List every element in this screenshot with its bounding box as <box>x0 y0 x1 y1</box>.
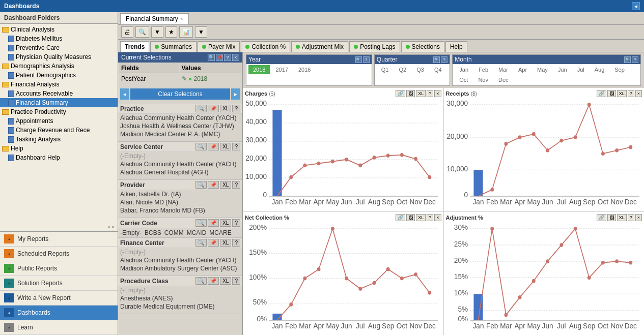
nc-close[interactable]: × <box>434 214 441 221</box>
adj-close[interactable]: × <box>635 214 642 221</box>
sidebar-item-patient_demo[interactable]: Patient Demographics <box>0 71 118 80</box>
sidebar-item-physician[interactable]: Physician Quality Measures <box>0 52 118 62</box>
nc-help[interactable]: ? <box>427 214 433 221</box>
clear-selections-button[interactable]: Clear Selections <box>130 88 230 100</box>
fc-search[interactable]: 🔍 <box>195 239 207 247</box>
sidebar-item-preventive[interactable]: Preventive Care <box>0 43 118 52</box>
sidebar-item-tasking[interactable]: Tasking Analysis <box>0 135 118 144</box>
sel-pin-btn[interactable]: 📌 <box>216 54 223 61</box>
year-search[interactable]: 🔍 <box>355 56 362 63</box>
prov-search[interactable]: 🔍 <box>195 181 207 189</box>
filter-item[interactable]: Alachua Community Health Center (YACH) <box>118 256 242 264</box>
month-item-Jun[interactable]: Jun <box>553 65 572 74</box>
inner-tab-selections[interactable]: Selections <box>401 41 444 52</box>
clear-sel-next[interactable]: ► <box>231 88 240 100</box>
adj-link[interactable]: 🔗 <box>597 214 606 221</box>
filter-item[interactable]: Alachua Community Health Center (YACH) <box>118 114 242 122</box>
month-item-Oct[interactable]: Oct <box>455 75 472 84</box>
carrier-tag[interactable]: COMM <box>164 229 184 236</box>
export-button[interactable]: 📊 <box>179 26 193 38</box>
nc-xl[interactable]: XL <box>416 214 426 221</box>
pc-xl[interactable]: XL <box>220 277 231 285</box>
year-item-2016[interactable]: 2016 <box>294 65 315 74</box>
carr-help[interactable]: ? <box>232 219 240 227</box>
nav-item-my_reports[interactable]: ▪My Reports <box>0 232 118 247</box>
sidebar-item-appointments[interactable]: Appointments <box>0 116 118 126</box>
sidebar-item-financial[interactable]: Financial Analysis <box>0 80 118 89</box>
practice-search[interactable]: 🔍 <box>195 105 207 112</box>
filter-item[interactable]: Alachua General Hospital (AGH) <box>118 168 242 176</box>
sel-search-btn[interactable]: 🔍 <box>208 54 215 61</box>
sc-xl[interactable]: XL <box>220 143 231 150</box>
receipts-help[interactable]: ? <box>628 90 634 97</box>
charges-xl[interactable]: XL <box>416 90 426 97</box>
carrier-tag[interactable]: BCBS <box>145 229 161 236</box>
inner-tab-collection[interactable]: Collection % <box>241 41 290 52</box>
prov-pin[interactable]: 📌 <box>208 181 219 189</box>
fc-pin[interactable]: 📌 <box>208 239 219 247</box>
nav-item-learn[interactable]: ▪Learn <box>0 320 118 335</box>
carr-search[interactable]: 🔍 <box>195 219 207 227</box>
month-item-Jul[interactable]: Jul <box>573 65 589 74</box>
pc-pin[interactable]: 📌 <box>208 277 219 285</box>
practice-help[interactable]: ? <box>232 105 240 112</box>
filter-item[interactable]: (-Empty-) <box>118 286 242 294</box>
favorite-button[interactable]: ★ <box>165 26 177 38</box>
inner-tab-help[interactable]: Help <box>445 41 467 52</box>
m-search[interactable]: 🔍 <box>624 56 631 63</box>
year-help[interactable]: ? <box>363 56 370 63</box>
sc-search[interactable]: 🔍 <box>195 143 207 150</box>
receipts-img[interactable]: 🖼 <box>607 90 616 97</box>
quarter-item-Q3[interactable]: Q3 <box>412 65 429 74</box>
sidebar-item-diabetes[interactable]: Diabetes Mellitus <box>0 34 118 43</box>
q-search[interactable]: 🔍 <box>433 56 440 63</box>
inner-tab-posting_lags[interactable]: Posting Lags <box>349 41 400 52</box>
year-item-2017[interactable]: 2017 <box>271 65 292 74</box>
nc-img[interactable]: 🖼 <box>406 214 415 221</box>
month-item-Apr[interactable]: Apr <box>514 65 531 74</box>
collapse-button[interactable]: ◄ <box>632 2 640 10</box>
sidebar-item-charge_rev[interactable]: Charge Revenue and Rece <box>0 126 118 135</box>
search-button[interactable]: 🔍 <box>135 26 149 38</box>
month-item-Jan[interactable]: Jan <box>455 65 473 74</box>
nav-item-scheduled[interactable]: ▪Scheduled Reports <box>0 247 118 261</box>
receipts-close[interactable]: × <box>635 90 642 97</box>
nav-item-solution[interactable]: ▪Solution Reports <box>0 276 118 291</box>
filter-item[interactable]: Joshua Health & Wellness Center (TJHW) <box>118 122 242 130</box>
receipts-link[interactable]: 🔗 <box>597 90 606 97</box>
sidebar-item-dashboard_help[interactable]: Dashboard Help <box>0 153 118 162</box>
inner-tab-trends[interactable]: Trends <box>120 41 149 52</box>
filter-item[interactable]: Alan, Nicole MD (NA) <box>118 198 242 206</box>
month-item-May[interactable]: May <box>533 65 552 74</box>
sidebar-item-demographics[interactable]: Demographics Analysis <box>0 62 118 71</box>
year-item-2018[interactable]: 2018 <box>248 65 270 74</box>
fc-xl[interactable]: XL <box>220 239 231 247</box>
fc-help[interactable]: ? <box>232 239 240 247</box>
practice-pin[interactable]: 📌 <box>208 105 219 112</box>
print-button[interactable]: 🖨 <box>121 26 133 38</box>
filter-item[interactable]: (-Empty-) <box>118 248 242 256</box>
adj-xl[interactable]: XL <box>617 214 627 221</box>
carr-xl[interactable]: XL <box>220 219 231 227</box>
sel-help-btn[interactable]: ? <box>224 54 231 61</box>
expand-arrows[interactable]: » « <box>0 223 118 231</box>
pc-search[interactable]: 🔍 <box>195 277 207 285</box>
clear-sel-prev[interactable]: ◄ <box>120 88 129 100</box>
month-item-Mar[interactable]: Mar <box>494 65 513 74</box>
search-dropdown-button[interactable]: ▼ <box>151 26 163 38</box>
practice-xl[interactable]: XL <box>220 105 231 112</box>
filter-item[interactable]: Durable Medical Equipment (DME) <box>118 302 242 311</box>
filter-item[interactable]: Aiken, Isabella Dr. (IA) <box>118 190 242 198</box>
receipts-xl[interactable]: XL <box>617 90 627 97</box>
sc-help[interactable]: ? <box>232 143 240 150</box>
charges-close[interactable]: × <box>434 90 441 97</box>
inner-tab-payer_mix[interactable]: Payer Mix <box>198 41 240 52</box>
filter-item[interactable]: Babar, Franco Manolo MD (FB) <box>118 206 242 215</box>
inner-tab-adjustment[interactable]: Adjustment Mix <box>291 41 348 52</box>
q-help[interactable]: ? <box>441 56 447 63</box>
month-item-Sep[interactable]: Sep <box>610 65 629 74</box>
nav-item-public[interactable]: ▪Public Reports <box>0 261 118 276</box>
filter-item[interactable]: Madison Medical Center P. A. (MMC) <box>118 130 242 138</box>
month-item-Feb[interactable]: Feb <box>474 65 493 74</box>
filter-item[interactable]: Madison Ambulatory Surgery Center (ASC) <box>118 264 242 272</box>
